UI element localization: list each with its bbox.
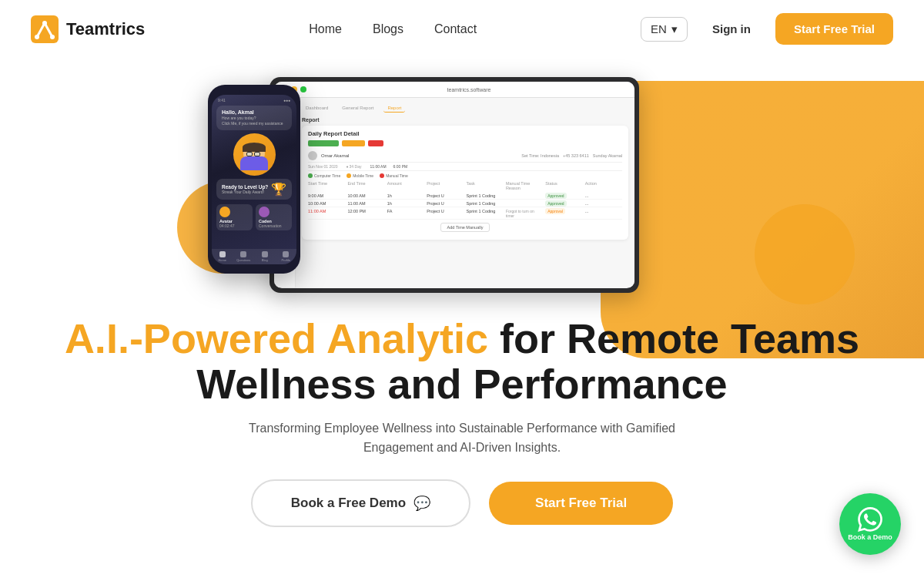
nav-blogs[interactable]: Blogs xyxy=(373,22,403,35)
row1-action: ... xyxy=(585,193,622,198)
dash-nav-general[interactable]: General Report xyxy=(338,104,377,113)
mini-table: Start Time End Time Amount Project Task … xyxy=(308,181,622,220)
chevron-down-icon: ▾ xyxy=(671,22,678,36)
row1-amount: 1h xyxy=(387,193,424,198)
level-up-content: Ready to Level Up? Streak Your Daily Awa… xyxy=(222,184,268,194)
row2-start: 10:00 AM xyxy=(308,201,345,206)
phone-user-card-2: Caden Conversation xyxy=(256,204,292,230)
avatar-glasses xyxy=(246,152,262,156)
dashboard-top-nav: Dashboard General Report Report xyxy=(302,104,628,113)
nav-home[interactable]: Home xyxy=(309,22,342,35)
row2-amount: 1h xyxy=(387,201,424,206)
phone-user-avatar-1 xyxy=(219,207,230,217)
work-days: ♦ 34 Day xyxy=(346,164,362,169)
dash-nav-report[interactable]: Report xyxy=(383,104,405,113)
user-detail-1: Set Time: Indonesia xyxy=(521,153,559,158)
row3-status: Approval xyxy=(545,209,582,218)
glass-left xyxy=(246,152,253,156)
tl-green xyxy=(300,86,306,92)
logo-icon xyxy=(31,15,59,43)
whatsapp-fab[interactable]: Book a Demo xyxy=(839,493,901,555)
legend-computer: Computer Time xyxy=(308,173,340,178)
hero-title-highlight: A.I.-Powered Analytic xyxy=(65,315,488,361)
time-in: 11:00 AM xyxy=(370,164,386,169)
phone-bottom-nav: Home Questions Blog Profile xyxy=(212,249,296,264)
book-demo-label: Book a Free Demo xyxy=(291,496,406,511)
whatsapp-fab-label: Book a Demo xyxy=(848,533,892,541)
tablet-mockup: teamtrics.software Dashboard G xyxy=(270,77,639,293)
row2-reason xyxy=(506,201,543,206)
user-name-1: Omar Akamal xyxy=(321,153,517,158)
row3-project: Project U xyxy=(427,209,464,218)
devices-container: teamtrics.software Dashboard G xyxy=(192,69,732,308)
nav-right: EN ▾ Sign in Start Free Trial xyxy=(641,13,893,45)
questions-icon xyxy=(240,251,246,257)
profile-icon xyxy=(283,251,289,257)
legend-mobile: Mobile Time xyxy=(346,173,373,178)
user-phone-1: +45 323 6411 xyxy=(563,153,589,158)
phone-greeting-subtitle: How are you today?Click Me, if you need … xyxy=(222,116,286,126)
phone-avatar-circle xyxy=(233,133,276,176)
phone-status-bar: 9:41 ●●● xyxy=(212,95,296,104)
phone-users-row: Avatar 04:02:47 Caden Conversation xyxy=(212,202,296,233)
row1-task: Sprint 1 Coding xyxy=(467,193,504,198)
sign-in-button[interactable]: Sign in xyxy=(700,16,763,42)
language-selector[interactable]: EN ▾ xyxy=(641,17,688,42)
legend-row: Computer Time Mobile Time Manual Time xyxy=(308,173,622,178)
svg-point-1 xyxy=(42,21,47,25)
logo-text: Teamtrics xyxy=(66,19,145,39)
level-up-title: Ready to Level Up? xyxy=(222,184,268,190)
table-row: 9:00 AM 10:00 AM 1h Project U Sprint 1 C… xyxy=(308,192,622,200)
user-status-1: Sunday Akamal xyxy=(593,153,622,158)
hero-subtitle: Transforming Employee Wellness into Sust… xyxy=(223,418,701,458)
book-demo-button[interactable]: Book a Free Demo 💬 xyxy=(251,479,470,527)
time-block-orange xyxy=(342,140,365,146)
col-action: Action xyxy=(585,181,622,190)
home-icon xyxy=(219,251,226,257)
phone-nav-questions[interactable]: Questions xyxy=(238,251,249,262)
hero-section: teamtrics.software Dashboard G xyxy=(0,58,924,543)
row1-start: 9:00 AM xyxy=(308,193,345,198)
phone-greeting-card: Hallo, Akmal How are you today?Click Me,… xyxy=(216,106,292,130)
row1-reason xyxy=(506,193,543,198)
legend-dot-mobile xyxy=(346,173,351,178)
row1-end: 10:00 AM xyxy=(347,193,384,198)
legend-manual: Manual Time xyxy=(380,173,408,178)
col-manual-reason: Manual Time Reason xyxy=(506,181,543,190)
whatsapp-small-icon: 💬 xyxy=(413,495,430,512)
mini-table-header: Start Time End Time Amount Project Task … xyxy=(308,181,622,190)
orange-circle-right xyxy=(755,204,855,304)
phone-notch xyxy=(239,89,270,93)
start-free-trial-hero-button[interactable]: Start Free Trial xyxy=(489,482,673,525)
phone-nav-home[interactable]: Home xyxy=(217,251,228,262)
legend-dot-computer xyxy=(308,173,313,178)
dashboard-body: Dashboard General Report Report Report D… xyxy=(274,98,634,287)
logo[interactable]: Teamtrics xyxy=(31,15,145,43)
row3-end: 12:00 PM xyxy=(347,209,384,218)
hero-title-part2: for Remote Teams xyxy=(488,315,859,361)
phone-nav-profile-label: Profile xyxy=(282,258,290,262)
avatar-face xyxy=(239,139,270,170)
phone-nav-blog[interactable]: Blog xyxy=(259,251,270,262)
phone-user-avatar-2 xyxy=(259,207,270,217)
phone-avatar-area xyxy=(212,133,296,176)
phone-nav-questions-label: Questions xyxy=(236,258,250,262)
col-start: Start Time xyxy=(308,181,345,190)
phone-nav-profile[interactable]: Profile xyxy=(280,251,291,262)
row3-reason: Forgot to turn on timer xyxy=(506,209,543,218)
phone-user-time-2: Conversation xyxy=(259,223,289,228)
svg-point-3 xyxy=(50,35,55,39)
nav-contact[interactable]: Contact xyxy=(434,22,477,35)
dash-nav-dashboard[interactable]: Dashboard xyxy=(302,104,332,113)
cta-buttons: Book a Free Demo 💬 Start Free Trial xyxy=(65,479,859,527)
avatar-body xyxy=(240,156,268,170)
user-avatar-1 xyxy=(308,151,317,160)
add-time-manually-button[interactable]: Add Time Manually xyxy=(440,223,490,232)
hero-text: A.I.-Powered Analytic for Remote Teams W… xyxy=(34,308,890,543)
start-free-trial-nav-button[interactable]: Start Free Trial xyxy=(775,13,893,45)
row2-task: Sprint 1 Coding xyxy=(467,201,504,206)
phone-nav-blog-label: Blog xyxy=(262,258,268,262)
dashboard-url-bar: teamtrics.software xyxy=(311,87,627,92)
col-task: Task xyxy=(467,181,504,190)
col-project: Project xyxy=(427,181,464,190)
